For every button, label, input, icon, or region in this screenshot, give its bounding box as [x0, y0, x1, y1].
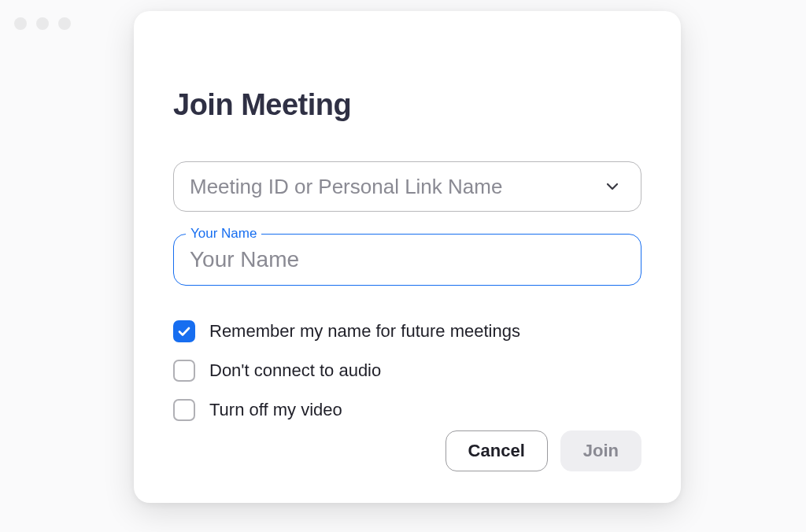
no-audio-option[interactable]: Don't connect to audio — [173, 360, 641, 382]
meeting-id-placeholder: Meeting ID or Personal Link Name — [190, 175, 502, 199]
checkbox-unchecked-icon — [173, 399, 195, 421]
traffic-dot[interactable] — [36, 17, 49, 30]
join-meeting-dialog: Join Meeting Meeting ID or Personal Link… — [134, 11, 681, 503]
dialog-title: Join Meeting — [173, 88, 641, 122]
checkbox-label: Turn off my video — [209, 400, 342, 420]
checkbox-label: Remember my name for future meetings — [209, 321, 520, 342]
cancel-button[interactable]: Cancel — [446, 430, 548, 471]
checkbox-checked-icon — [173, 320, 195, 342]
checkbox-label: Don't connect to audio — [209, 360, 381, 381]
options-group: Remember my name for future meetings Don… — [173, 320, 641, 421]
meeting-id-dropdown[interactable]: Meeting ID or Personal Link Name — [173, 161, 641, 212]
video-off-option[interactable]: Turn off my video — [173, 399, 641, 421]
traffic-dot[interactable] — [14, 17, 27, 30]
name-field-label: Your Name — [186, 226, 261, 242]
traffic-dot[interactable] — [58, 17, 71, 30]
checkbox-unchecked-icon — [173, 360, 195, 382]
chevron-down-icon — [606, 179, 619, 194]
remember-name-option[interactable]: Remember my name for future meetings — [173, 320, 641, 342]
window-traffic-lights — [14, 17, 71, 30]
name-field-wrap: Your Name — [173, 234, 641, 286]
dialog-footer: Cancel Join — [446, 430, 641, 471]
join-button[interactable]: Join — [560, 430, 641, 471]
